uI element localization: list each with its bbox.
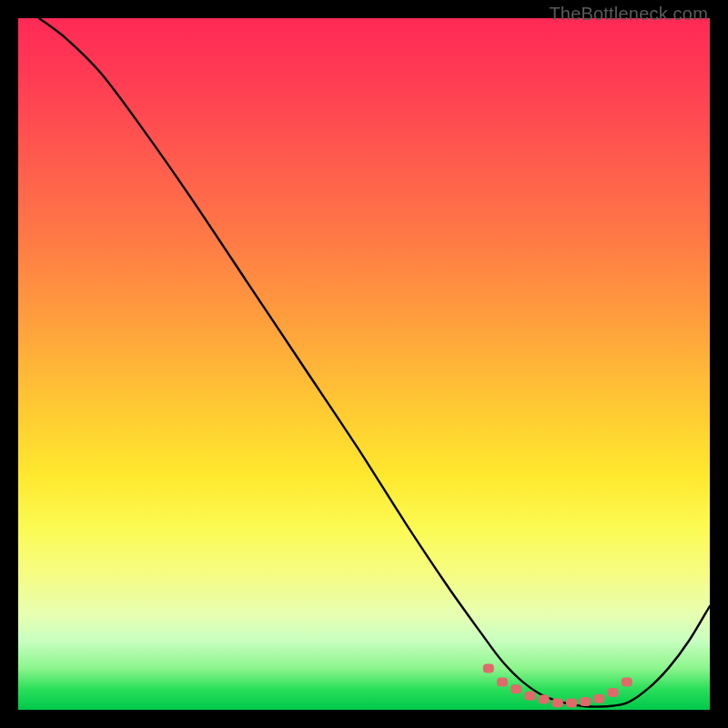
attribution-label: TheBottleneck.com [549,4,708,25]
plot-area [18,18,710,710]
marker-dot [593,694,604,703]
marker-dot [580,697,591,706]
marker-dot [552,698,563,707]
bottleneck-curve [39,18,710,707]
chart-container: TheBottleneck.com [0,0,728,728]
best-range-markers [483,663,632,707]
marker-dot [497,678,508,687]
marker-dot [566,698,577,707]
marker-dot [511,684,521,693]
marker-dot [622,678,632,687]
marker-dot [608,688,619,697]
curve-layer [18,18,710,710]
marker-dot [483,663,494,672]
marker-dot [524,692,535,701]
marker-dot [539,695,550,704]
